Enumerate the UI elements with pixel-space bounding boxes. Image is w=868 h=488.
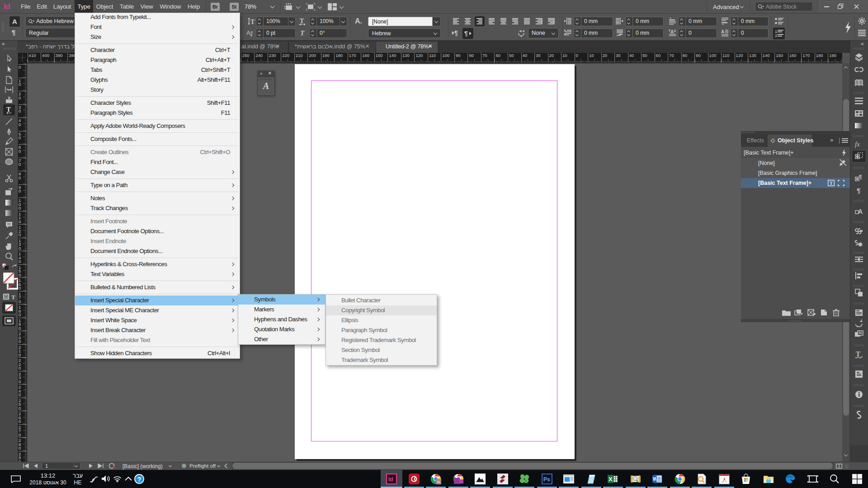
svg-text:T: T bbox=[830, 181, 833, 186]
svg-text:¶: ¶ bbox=[859, 174, 862, 180]
svg-text:T: T bbox=[300, 18, 304, 24]
svg-text:¶: ¶ bbox=[857, 187, 860, 194]
svg-text:N: N bbox=[437, 480, 440, 484]
svg-text:a: a bbox=[250, 30, 253, 34]
svg-text:fx: fx bbox=[855, 141, 860, 148]
svg-text:2: 2 bbox=[775, 33, 777, 38]
svg-text:Id: Id bbox=[388, 476, 393, 483]
svg-text:A: A bbox=[721, 29, 724, 34]
svg-text:A: A bbox=[670, 29, 674, 34]
svg-text:X: X bbox=[609, 476, 613, 483]
svg-text:Ps: Ps bbox=[543, 476, 550, 483]
svg-text:T: T bbox=[11, 294, 15, 300]
svg-text:T: T bbox=[856, 350, 860, 357]
svg-text:A: A bbox=[246, 29, 250, 36]
svg-text:T: T bbox=[300, 29, 305, 37]
svg-text:A: A bbox=[858, 208, 863, 215]
svg-text:T: T bbox=[6, 106, 11, 113]
svg-text:T: T bbox=[250, 19, 255, 25]
svg-text:¶: ¶ bbox=[454, 29, 458, 37]
svg-text:¶: ¶ bbox=[464, 30, 468, 37]
